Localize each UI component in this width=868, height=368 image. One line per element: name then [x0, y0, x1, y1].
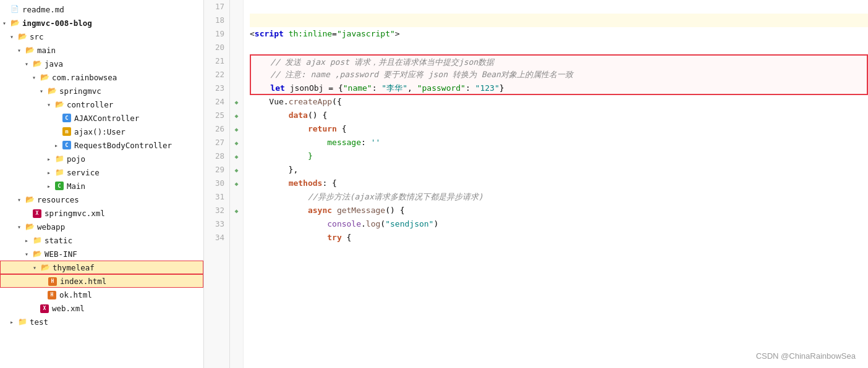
gutter-marker — [230, 27, 243, 41]
gutter: ◆◆◆◆◆◆◆◆ — [230, 0, 244, 368]
tree-label: springmvc — [59, 86, 101, 96]
tree-item-webapp[interactable]: 📂webapp — [0, 220, 203, 233]
gutter-marker: ◆ — [230, 122, 243, 136]
tree-label: com.rainbowsea — [52, 73, 117, 82]
code-line: } — [250, 149, 868, 163]
tree-item-pojo[interactable]: 📁pojo — [0, 152, 203, 165]
code-line — [250, 41, 868, 54]
file-icon-xml: X — [32, 209, 42, 217]
line-number: 29 — [204, 163, 229, 177]
file-icon-html: H — [47, 290, 57, 299]
tree-label: ajax():User — [74, 127, 126, 136]
tree-item-springmvc[interactable]: 📂springmvc — [0, 84, 203, 98]
tree-item-ingmvc-blog[interactable]: 📂ingmvc-008-blog — [0, 16, 203, 30]
code-line: // 发送 ajax post 请求，并且在请求体当中提交json数据 — [250, 54, 868, 68]
gutter-marker: ◆ — [230, 177, 243, 190]
file-icon-folder: 📁 — [32, 236, 42, 245]
tree-label: ingmvc-008-blog — [22, 19, 92, 28]
tree-arrow — [17, 224, 25, 230]
tree-arrow — [10, 319, 17, 325]
tree-label: AJAXController — [74, 114, 139, 123]
gutter-marker: ◆ — [230, 109, 243, 122]
line-number: 24 — [204, 95, 229, 109]
code-line: Vue.createApp({ — [250, 95, 868, 109]
file-icon-folder-open: 📂 — [40, 263, 50, 272]
tree-label: java — [45, 59, 63, 69]
tree-label: src — [30, 32, 44, 41]
tree-arrow — [47, 183, 54, 190]
gutter-marker — [230, 41, 243, 54]
tree-arrow — [10, 33, 17, 40]
file-icon-html: H — [48, 277, 57, 285]
tree-item-test[interactable]: 📁test — [0, 315, 203, 328]
tree-label: RequestBodyController — [74, 141, 172, 150]
tree-arrow — [47, 169, 54, 176]
tree-item-java[interactable]: 📂java — [0, 57, 203, 70]
file-icon-folder: 📁 — [54, 168, 64, 177]
tree-item-main[interactable]: 📂main — [0, 43, 203, 57]
gutter-marker: ◆ — [230, 149, 243, 163]
tree-item-index-html[interactable]: Hindex.html — [0, 274, 203, 288]
gutter-marker: ◆ — [230, 204, 243, 217]
tree-item-web-xml[interactable]: Xweb.xml — [0, 301, 203, 315]
tree-item-controller[interactable]: 📂controller — [0, 98, 203, 111]
gutter-marker — [230, 54, 243, 68]
tree-item-readme[interactable]: 📄readme.md — [0, 2, 203, 16]
code-content[interactable]: <script th:inline="javascript"> // 发送 aj… — [244, 0, 868, 368]
tree-item-ajax-user[interactable]: majax():User — [0, 125, 203, 138]
code-line — [250, 0, 868, 14]
tree-arrow — [2, 20, 10, 27]
code-line: console.log("sendjson") — [250, 217, 868, 231]
line-number: 33 — [204, 217, 229, 231]
tree-label: test — [30, 317, 48, 327]
gutter-marker — [230, 0, 243, 14]
tree-item-com-rainbowsea[interactable]: 📂com.rainbowsea — [0, 70, 203, 84]
tree-label: webapp — [37, 222, 65, 232]
file-icon-folder: 📁 — [17, 317, 27, 326]
tree-label: WEB-INF — [45, 249, 77, 259]
gutter-marker — [230, 190, 243, 204]
line-number: 25 — [204, 109, 229, 122]
tree-arrow — [17, 196, 25, 203]
line-number: 23 — [204, 82, 229, 95]
tree-item-ajax-controller[interactable]: CAJAXController — [0, 111, 203, 125]
code-line: async getMessage() { — [250, 204, 868, 217]
tree-item-request-body-controller[interactable]: CRequestBodyController — [0, 138, 203, 152]
file-icon-folder-open: 📂 — [10, 19, 20, 27]
line-number: 20 — [204, 41, 229, 54]
tree-arrow — [25, 251, 32, 257]
file-icon-java-c: C — [62, 141, 72, 149]
tree-item-static[interactable]: 📁static — [0, 233, 203, 247]
gutter-marker — [230, 217, 243, 231]
file-tree: 📄readme.md📂ingmvc-008-blog📂src📂main📂java… — [0, 0, 204, 368]
file-icon-folder-open: 📂 — [32, 59, 42, 68]
tree-item-springmvc-xml[interactable]: Xspringmvc.xml — [0, 206, 203, 220]
tree-label: springmvc.xml — [45, 209, 105, 218]
tree-item-main-class[interactable]: CMain — [0, 179, 203, 193]
file-icon-java-m: m — [62, 127, 72, 136]
file-icon-folder-open: 📂 — [47, 86, 57, 95]
file-icon-green-c: C — [54, 182, 64, 190]
tree-label: Main — [67, 182, 85, 191]
tree-arrow — [47, 101, 54, 108]
gutter-marker — [230, 14, 243, 27]
tree-item-resources[interactable]: 📂resources — [0, 193, 203, 206]
file-icon-folder-open: 📂 — [54, 100, 64, 109]
tree-arrow — [40, 88, 47, 94]
line-number: 32 — [204, 204, 229, 217]
tree-item-web-inf[interactable]: 📂WEB-INF — [0, 247, 203, 261]
file-icon-java-c: C — [62, 114, 72, 122]
tree-arrow — [25, 61, 32, 67]
tree-item-ok-html[interactable]: Hok.html — [0, 288, 203, 301]
tree-item-thymeleaf[interactable]: 📂thymeleaf — [0, 261, 203, 274]
code-line: <script th:inline="javascript"> — [250, 27, 868, 41]
file-icon-xml: X — [40, 304, 49, 312]
line-numbers: 171819202122232425262728293031323334 — [204, 0, 230, 368]
code-line — [250, 14, 868, 27]
code-line: //异步方法(ajax请求多数情况下都是异步请求) — [250, 190, 868, 204]
tree-label: ok.html — [59, 290, 92, 299]
tree-arrow — [25, 237, 32, 244]
gutter-marker — [230, 231, 243, 245]
tree-item-service[interactable]: 📁service — [0, 165, 203, 179]
tree-item-src[interactable]: 📂src — [0, 30, 203, 43]
